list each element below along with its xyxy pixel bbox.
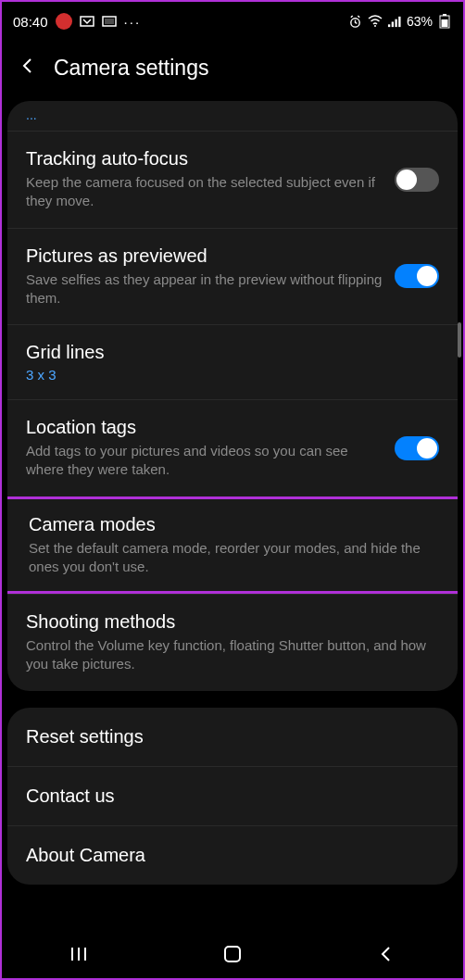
back-icon[interactable] <box>19 57 37 81</box>
setting-title: Location tags <box>26 417 383 438</box>
setting-desc: Add tags to your pictures and videos so … <box>26 442 383 480</box>
setting-grid-lines[interactable]: Grid lines 3 x 3 <box>7 324 458 399</box>
setting-content: Pictures as previewed Save selfies as th… <box>26 245 383 308</box>
toggle-knob <box>417 438 437 459</box>
navigation-bar <box>2 930 463 978</box>
signal-icon <box>387 14 402 29</box>
toggle-knob <box>396 170 417 190</box>
svg-rect-11 <box>442 19 448 27</box>
svg-rect-5 <box>388 24 390 27</box>
toggle-pictures-previewed[interactable] <box>395 264 439 288</box>
setting-title: Grid lines <box>26 342 439 363</box>
setting-about-camera[interactable]: About Camera <box>7 825 458 885</box>
setting-desc: Control the Volume key function, floatin… <box>26 636 439 674</box>
setting-tracking-autofocus[interactable]: Tracking auto-focus Keep the camera focu… <box>7 131 458 228</box>
setting-title: Shooting methods <box>26 611 439 633</box>
svg-rect-2 <box>105 19 114 24</box>
more-icon: ··· <box>124 14 142 30</box>
alarm-icon <box>348 14 363 29</box>
setting-pictures-previewed[interactable]: Pictures as previewed Save selfies as th… <box>7 228 458 325</box>
back-button[interactable] <box>373 941 399 967</box>
setting-desc: Keep the camera focused on the selected … <box>26 173 383 211</box>
svg-rect-7 <box>396 19 397 26</box>
setting-title: Tracking auto-focus <box>26 148 383 170</box>
setting-contact-us[interactable]: Contact us <box>7 766 458 825</box>
svg-rect-15 <box>225 947 240 961</box>
setting-reset[interactable]: Reset settings <box>7 708 458 766</box>
setting-value: 3 x 3 <box>26 367 439 383</box>
setting-location-tags[interactable]: Location tags Add tags to your pictures … <box>7 399 458 496</box>
svg-point-4 <box>374 25 376 27</box>
status-right: 63% <box>348 14 452 29</box>
home-button[interactable] <box>220 941 245 967</box>
battery-icon <box>437 14 452 29</box>
toggle-tracking-autofocus[interactable] <box>395 168 439 192</box>
settings-panel-main: ··· Tracking auto-focus Keep the camera … <box>7 101 458 691</box>
svg-rect-8 <box>399 16 401 26</box>
settings-panel-footer: Reset settings Contact us About Camera <box>7 708 458 885</box>
header: Camera settings <box>2 41 463 101</box>
status-bar: 08:40 ··· 63% <box>2 2 463 41</box>
setting-content: Shooting methods Control the Volume key … <box>26 611 439 674</box>
scroll-indicator[interactable] <box>458 322 461 358</box>
setting-content: Grid lines 3 x 3 <box>26 342 439 383</box>
svg-rect-10 <box>443 14 446 16</box>
status-left: 08:40 ··· <box>13 13 141 30</box>
setting-content: Camera modes Set the default camera mode… <box>29 514 436 577</box>
wifi-icon <box>368 14 383 29</box>
recents-button[interactable] <box>66 941 92 967</box>
setting-title: Pictures as previewed <box>26 245 383 267</box>
setting-title: Camera modes <box>29 514 436 535</box>
prev-setting-peek: ··· <box>7 101 458 131</box>
setting-desc: Set the default camera mode, reorder you… <box>29 539 436 577</box>
setting-content: Location tags Add tags to your pictures … <box>26 417 383 480</box>
svg-rect-6 <box>392 21 394 27</box>
setting-camera-modes[interactable]: Camera modes Set the default camera mode… <box>7 496 458 595</box>
status-time: 08:40 <box>13 14 48 30</box>
setting-desc: Save selfies as they appear in the previ… <box>26 270 383 308</box>
screenshot-icon <box>80 14 94 29</box>
battery-percent: 63% <box>407 14 433 29</box>
app-icon <box>102 14 117 29</box>
toggle-knob <box>417 266 437 286</box>
notification-icon <box>56 13 72 30</box>
toggle-location-tags[interactable] <box>395 436 439 460</box>
svg-rect-0 <box>81 17 94 26</box>
page-title: Camera settings <box>54 56 208 81</box>
setting-content: Tracking auto-focus Keep the camera focu… <box>26 148 383 211</box>
setting-shooting-methods[interactable]: Shooting methods Control the Volume key … <box>7 594 458 691</box>
